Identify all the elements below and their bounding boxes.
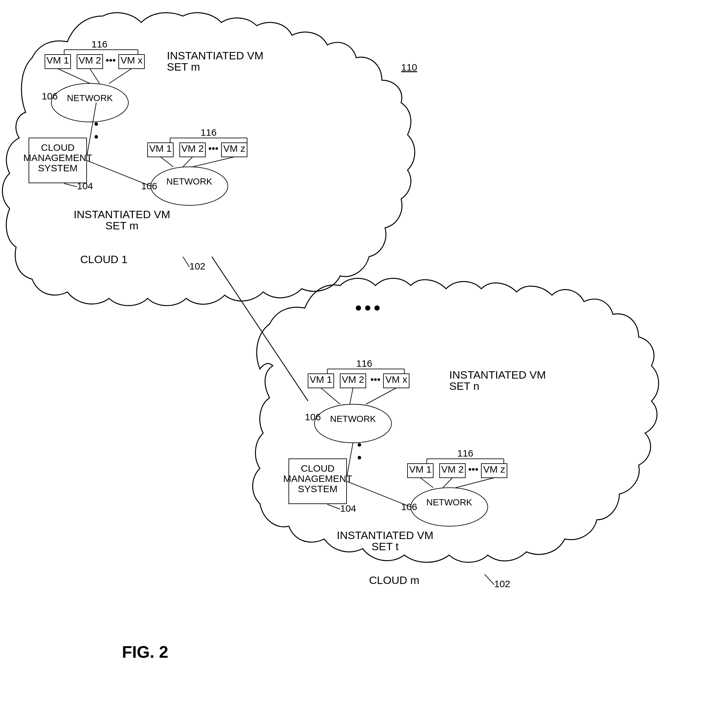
vm2-label-bot1: VM 2 <box>181 143 204 154</box>
ref-110: 110 <box>401 62 417 72</box>
vert-dots-cm2: • <box>357 451 362 465</box>
svg-line-8 <box>87 160 151 186</box>
ref-102-cloud1: 102 <box>189 261 205 272</box>
inst-vm-set-m-top-label: INSTANTIATED VM <box>167 49 263 62</box>
diagram-container: 116 VM 1 VM 2 ••• VM x INSTANTIATED VM S… <box>0 0 705 728</box>
inst-vm-set-t-label2: SET t <box>371 540 399 552</box>
inst-vm-set-m-bot-label2: SET m <box>105 220 138 232</box>
dots-top1: ••• <box>105 55 116 65</box>
inst-vm-set-n-label2: SET n <box>449 380 480 392</box>
svg-line-32 <box>484 574 494 585</box>
ref-106-bot1: 106 <box>141 181 157 191</box>
svg-line-10 <box>90 69 100 84</box>
vm1-label-bot-cm: VM 1 <box>409 464 432 475</box>
cms-label3-cloud1: SYSTEM <box>38 163 77 173</box>
dots-bot1: ••• <box>208 143 218 154</box>
vm1-label-bot1: VM 1 <box>149 143 172 154</box>
vmz-label-bot-cm: VM z <box>483 464 505 475</box>
ref-106-top-cm: 106 <box>305 412 321 422</box>
svg-line-20 <box>327 504 340 509</box>
svg-line-14 <box>192 157 234 167</box>
dots-top-cm: ••• <box>370 374 381 385</box>
cms-label2-cloud1: MANAGEMENT <box>23 152 92 163</box>
cloud1-label: CLOUD 1 <box>80 253 127 265</box>
svg-line-27 <box>350 388 353 404</box>
svg-line-29 <box>420 478 433 488</box>
svg-line-31 <box>456 478 494 488</box>
svg-line-16 <box>212 257 308 401</box>
svg-line-11 <box>109 69 131 84</box>
vm2-label-top-cm: VM 2 <box>342 374 364 385</box>
cms-label3-cloudm: SYSTEM <box>298 484 337 494</box>
inst-vm-set-n-label1: INSTANTIATED VM <box>449 369 546 381</box>
ref-104-cloudm: 104 <box>340 503 356 514</box>
svg-line-13 <box>183 157 192 167</box>
vert-dots-cm1: • <box>357 438 362 452</box>
network-label-top1: NETWORK <box>67 93 113 103</box>
inst-vm-set-m-bot-label1: INSTANTIATED VM <box>74 208 170 220</box>
vmz-label-bot1: VM z <box>223 143 245 154</box>
cms-label2-cloudm: MANAGEMENT <box>283 473 352 484</box>
cms-label1-cloud1: CLOUD <box>41 142 74 153</box>
ref-104-cloud1: 104 <box>77 181 93 191</box>
ref-116-bot-cm: 116 <box>457 448 473 458</box>
svg-line-9 <box>58 69 90 84</box>
ref-106-top1: 106 <box>42 91 58 101</box>
fig-label: FIG. 2 <box>122 643 168 661</box>
vmx-label-top1: VM x <box>121 55 143 65</box>
cms-label1-cloudm: CLOUD <box>300 463 334 474</box>
network-label-bot-cm: NETWORK <box>426 497 472 507</box>
svg-line-28 <box>366 388 396 404</box>
ref-102-cloudm: 102 <box>494 578 510 589</box>
ref-116-bottom1: 116 <box>201 127 217 138</box>
vm1-label-top1: VM 1 <box>46 55 69 65</box>
vm1-label-top-cm: VM 1 <box>310 374 332 385</box>
svg-line-30 <box>443 478 452 488</box>
vmx-label-top-cm: VM x <box>386 374 407 385</box>
inst-vm-set-m-top-label2: SET m <box>167 61 200 73</box>
vertical-dots2: • <box>94 130 98 144</box>
dots-bot-cm: ••• <box>468 464 478 475</box>
ref-116-top-cm: 116 <box>356 358 372 369</box>
ref-116-top1: 116 <box>91 39 107 49</box>
vm2-label-bot-cm: VM 2 <box>441 464 464 475</box>
vertical-dots1: • <box>94 117 98 131</box>
inst-vm-set-t-label1: INSTANTIATED VM <box>337 529 433 541</box>
svg-line-3 <box>64 183 77 187</box>
ref-106-bot-cm: 106 <box>401 501 417 512</box>
middle-dots: ••• <box>355 297 383 319</box>
svg-line-24 <box>347 443 353 478</box>
cloudm-label: CLOUD m <box>369 574 419 586</box>
svg-line-12 <box>160 157 173 167</box>
network-label-bot1: NETWORK <box>166 176 212 186</box>
vm2-label-top1: VM 2 <box>79 55 101 65</box>
network-label-top-cm: NETWORK <box>330 414 376 424</box>
svg-line-15 <box>183 257 189 267</box>
svg-line-26 <box>321 388 340 404</box>
